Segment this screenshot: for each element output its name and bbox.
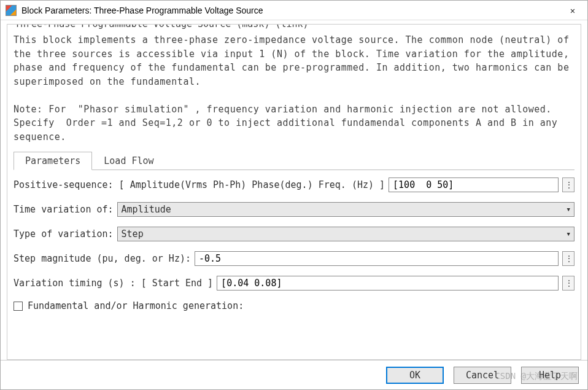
step-magnitude-row: Step magnitude (pu, deg. or Hz): ⋮ [14, 251, 574, 266]
step-magnitude-input[interactable] [195, 251, 559, 266]
dialog-window: Block Parameters: Three-Phase Programmab… [0, 0, 588, 390]
window-title: Block Parameters: Three-Phase Programmab… [21, 6, 563, 15]
titlebar: Block Parameters: Three-Phase Programmab… [1, 1, 587, 20]
tab-parameters[interactable]: Parameters [14, 152, 92, 170]
positive-sequence-more-button[interactable]: ⋮ [562, 177, 574, 192]
time-variation-row: Time variation of: Amplitude ▼ [14, 202, 574, 217]
close-icon[interactable]: ✕ [563, 6, 582, 15]
variation-timing-label: Variation timing (s) : [ Start End ] [14, 278, 213, 289]
step-magnitude-label: Step magnitude (pu, deg. or Hz): [14, 253, 191, 264]
button-bar: OK Cancel Help CSDN @大海蓝了天啊 [1, 360, 587, 389]
tab-bar: Parameters Load Flow [14, 151, 574, 170]
harmonic-checkbox[interactable] [14, 302, 23, 311]
time-variation-select[interactable]: Amplitude ▼ [117, 202, 574, 217]
positive-sequence-row: Positive-sequence: [ Amplitude(Vrms Ph-P… [14, 177, 574, 192]
variation-timing-input[interactable] [217, 276, 559, 291]
type-variation-row: Type of variation: Step ▼ [14, 227, 574, 241]
chevron-down-icon: ▼ [567, 231, 570, 237]
positive-sequence-label: Positive-sequence: [ Amplitude(Vrms Ph-P… [14, 179, 385, 190]
step-magnitude-more-button[interactable]: ⋮ [562, 251, 574, 266]
harmonic-label: Fundamental and/or Harmonic generation: [28, 300, 244, 311]
block-description: This block implements a three-phase zero… [14, 33, 574, 144]
content-area: Three-Phase Programmable Voltage Source … [1, 20, 587, 360]
harmonic-row: Fundamental and/or Harmonic generation: [14, 300, 574, 311]
type-variation-label: Type of variation: [14, 228, 114, 240]
chevron-down-icon: ▼ [567, 206, 570, 213]
help-button[interactable]: Help [521, 367, 579, 384]
variation-timing-row: Variation timing (s) : [ Start End ] ⋮ [14, 276, 574, 291]
type-variation-select[interactable]: Step ▼ [117, 227, 574, 241]
time-variation-label: Time variation of: [14, 204, 114, 215]
fieldset-legend: Three-Phase Programmable Voltage Source … [12, 24, 311, 29]
variation-timing-more-button[interactable]: ⋮ [562, 276, 574, 291]
cancel-button[interactable]: Cancel [454, 367, 511, 384]
main-fieldset: Three-Phase Programmable Voltage Source … [7, 24, 581, 360]
type-variation-value: Step [122, 228, 144, 240]
tab-load-flow[interactable]: Load Flow [92, 152, 165, 170]
positive-sequence-input[interactable] [389, 177, 559, 192]
parameters-panel: Positive-sequence: [ Amplitude(Vrms Ph-P… [14, 170, 574, 311]
app-icon [6, 5, 17, 16]
time-variation-value: Amplitude [122, 204, 171, 215]
ok-button[interactable]: OK [386, 367, 444, 384]
